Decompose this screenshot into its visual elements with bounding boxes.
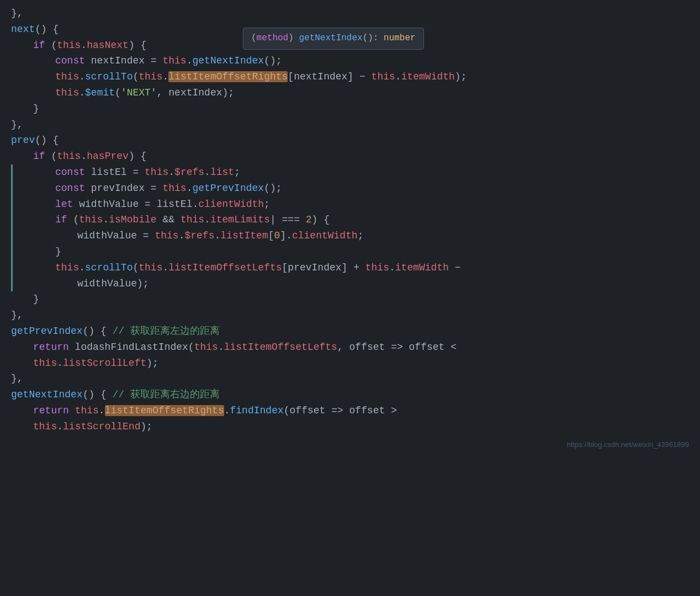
code-line: getPrevIndex() { // 获取距离左边的距离: [0, 323, 700, 339]
code-line: const listEl = this.$refs.list;: [0, 164, 700, 180]
code-line: }: [0, 244, 700, 260]
code-line: if (this.hasPrev) {: [0, 148, 700, 164]
code-line: this.listScrollLeft);: [0, 355, 700, 371]
code-line: },: [0, 307, 700, 323]
code-line: const nextIndex = this.getNextIndex();: [0, 53, 700, 69]
code-line: this.listScrollEnd);: [0, 419, 700, 435]
code-line: },: [0, 371, 700, 387]
code-lines: },next() {if (this.hasNext) {const nextI…: [0, 6, 700, 450]
code-line: this.$emit('NEXT', nextIndex);: [0, 85, 700, 101]
code-line: this.scrollTo(this.listItemOffsetRights[…: [0, 69, 700, 85]
code-line: let widthValue = listEl.clientWidth;: [0, 196, 700, 212]
code-line: getNextIndex() { // 获取距离右边的距离: [0, 387, 700, 403]
code-line: },: [0, 6, 700, 22]
code-line: if (this.isMobile && this.itemLimits| ==…: [0, 212, 700, 228]
code-line: const prevIndex = this.getPrevIndex();: [0, 180, 700, 196]
code-line: return lodashFindLastIndex(this.listItem…: [0, 339, 700, 355]
code-line: }: [0, 101, 700, 117]
code-line: prev() {: [0, 132, 700, 148]
code-line: }: [0, 291, 700, 307]
watermark: https://blog.csdn.net/weixin_43961899: [567, 439, 689, 451]
code-line: },: [0, 117, 700, 133]
tooltip: (method) getNextIndex(): number: [243, 28, 424, 50]
code-line: widthValue = this.$refs.listItem[0].clie…: [0, 228, 700, 244]
code-editor: (method) getNextIndex(): number },next()…: [0, 0, 700, 456]
code-line: return this.listItemOffsetRights.findInd…: [0, 403, 700, 419]
code-line: this.scrollTo(this.listItemOffsetLefts[p…: [0, 260, 700, 276]
code-line: widthValue);: [0, 276, 700, 292]
